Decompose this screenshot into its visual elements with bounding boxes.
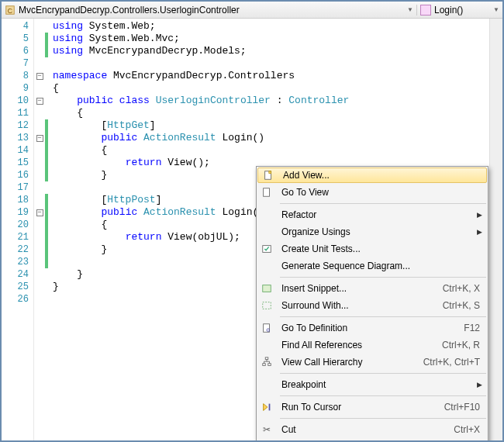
svg-text:C: C bbox=[8, 6, 12, 14]
menu-copy[interactable]: Copy Ctrl+C bbox=[257, 438, 488, 442]
menu-breakpoint[interactable]: Breakpoint ▶ bbox=[257, 376, 488, 393]
menu-organize-usings[interactable]: Organize Usings ▶ bbox=[257, 223, 488, 240]
class-icon: C bbox=[5, 5, 16, 16]
cut-icon: ✂ bbox=[257, 421, 277, 438]
menu-separator bbox=[280, 277, 486, 278]
member-dropdown[interactable]: Login() ▼ bbox=[417, 5, 502, 16]
menu-cut[interactable]: ✂ Cut Ctrl+X bbox=[257, 421, 488, 438]
run-cursor-icon bbox=[257, 399, 277, 416]
menu-insert-snippet[interactable]: Insert Snippet... Ctrl+K, X bbox=[257, 280, 488, 297]
menu-refactor[interactable]: Refactor ▶ bbox=[257, 206, 488, 223]
menu-find-all-references[interactable]: Find All References Ctrl+K, R bbox=[257, 337, 488, 354]
goto-icon bbox=[257, 319, 277, 337]
menu-go-to-definition[interactable]: Go To Definition F12 bbox=[257, 319, 488, 337]
dropdown-arrow-icon: ▼ bbox=[493, 6, 499, 13]
menu-view-call-hierarchy[interactable]: View Call Hierarchy Ctrl+K, Ctrl+T bbox=[257, 354, 488, 371]
navigation-bar: C MvcEncrypandDecryp.Controllers.Userlog… bbox=[2, 2, 502, 19]
document-icon bbox=[257, 184, 277, 201]
svg-rect-10 bbox=[265, 357, 268, 360]
test-icon bbox=[257, 240, 277, 257]
menu-run-to-cursor[interactable]: Run To Cursor Ctrl+F10 bbox=[257, 399, 488, 416]
menu-separator bbox=[280, 395, 486, 396]
menu-separator bbox=[280, 418, 486, 419]
menu-separator bbox=[280, 203, 486, 204]
menu-generate-sequence-diagram[interactable]: Generate Sequence Diagram... bbox=[257, 257, 488, 275]
svg-rect-11 bbox=[263, 364, 266, 366]
type-name: MvcEncrypandDecryp.Controllers.Userlogin… bbox=[19, 5, 240, 16]
line-number-gutter: 4567891011121314151617181920212223242526 bbox=[2, 19, 34, 440]
surround-icon bbox=[257, 297, 277, 314]
menu-separator bbox=[280, 316, 486, 317]
svg-rect-3 bbox=[269, 171, 271, 174]
dropdown-arrow-icon: ▼ bbox=[407, 6, 413, 13]
svg-rect-8 bbox=[264, 324, 270, 333]
svg-rect-4 bbox=[264, 188, 270, 197]
outlining-margin[interactable]: −−−− bbox=[34, 19, 45, 440]
snippet-icon bbox=[257, 280, 277, 297]
copy-icon bbox=[257, 438, 277, 442]
hierarchy-icon bbox=[257, 354, 277, 371]
menu-add-view[interactable]: Add View... bbox=[257, 167, 487, 183]
menu-separator bbox=[280, 373, 486, 374]
svg-rect-6 bbox=[263, 285, 271, 292]
type-dropdown[interactable]: C MvcEncrypandDecryp.Controllers.Userlog… bbox=[2, 5, 417, 16]
menu-create-unit-tests[interactable]: Create Unit Tests... bbox=[257, 240, 488, 257]
submenu-arrow-icon: ▶ bbox=[475, 228, 483, 236]
menu-go-to-view[interactable]: Go To View bbox=[257, 184, 488, 201]
svg-rect-12 bbox=[268, 364, 271, 366]
method-icon bbox=[420, 5, 431, 16]
svg-rect-13 bbox=[269, 404, 271, 411]
submenu-arrow-icon: ▶ bbox=[475, 211, 483, 219]
menu-surround-with[interactable]: Surround With... Ctrl+K, S bbox=[257, 297, 488, 314]
document-new-icon bbox=[258, 168, 278, 182]
context-menu: Add View... Go To View Refactor ▶ Organi… bbox=[256, 166, 488, 442]
svg-rect-7 bbox=[263, 302, 271, 309]
submenu-arrow-icon: ▶ bbox=[475, 381, 483, 388]
vertical-scrollbar[interactable] bbox=[489, 19, 502, 440]
member-name: Login() bbox=[434, 5, 463, 16]
